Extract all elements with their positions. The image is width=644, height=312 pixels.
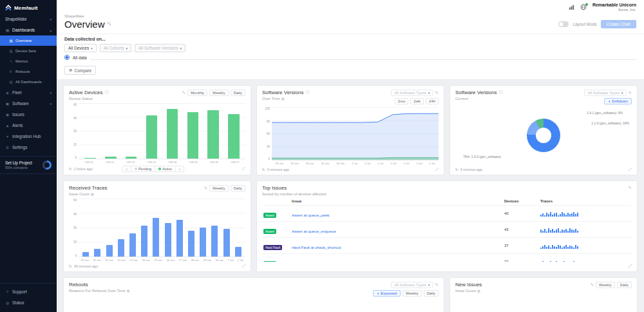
edit-title-icon[interactable]: ✎ (108, 21, 112, 27)
legend-active[interactable]: Active (155, 166, 176, 171)
expand-icon[interactable]: ⤢ (435, 167, 439, 172)
devices-filter-dropdown[interactable]: All Devices ▾ (64, 44, 97, 52)
drilldown-button[interactable]: ▼ Drilldown (604, 98, 632, 104)
expand-icon[interactable]: ⤢ (242, 264, 245, 269)
software-types-dropdown[interactable]: All Software Types ▾ (391, 282, 433, 288)
devices-count: 43 (504, 228, 540, 231)
edit-chart-icon[interactable]: ✎ (435, 90, 439, 95)
bar[interactable] (84, 158, 96, 159)
bar[interactable] (141, 226, 147, 257)
refresh-icon[interactable]: ↻ (455, 168, 459, 171)
bar[interactable] (187, 112, 199, 159)
sidebar-item-settings[interactable]: ⚙ Settings (0, 142, 57, 153)
sidebar-item-all-dashboards[interactable]: ▤ All Dashboards (0, 77, 57, 87)
bar[interactable] (235, 247, 242, 257)
setup-project[interactable]: Set Up Project 55% complete (0, 156, 57, 174)
bar[interactable] (94, 249, 100, 257)
bar[interactable] (153, 218, 159, 257)
sidebar-item-alerts[interactable]: ▲ Alerts (0, 120, 57, 131)
bar[interactable] (167, 109, 178, 159)
sidebar-item-fleet[interactable]: ◈ Fleet ▾ (0, 87, 57, 98)
edit-chart-icon[interactable]: ✎ (182, 90, 185, 95)
edit-chart-icon[interactable]: ✎ (435, 282, 439, 288)
bar[interactable] (82, 252, 89, 257)
sidebar-item-support[interactable]: ? Support (0, 286, 57, 297)
range-weekly-button[interactable]: Weekly (209, 185, 229, 191)
usage-chart-icon[interactable] (569, 5, 574, 10)
bar[interactable] (126, 157, 137, 159)
issue-link[interactable]: Hard Fault at check_shortcut (292, 246, 341, 249)
refresh-icon[interactable]: ↻ (262, 168, 265, 171)
edit-chart-icon[interactable]: ✎ (629, 185, 632, 190)
globe-icon[interactable] (580, 4, 587, 10)
sidebar-item-issues[interactable]: ◉ Issues (0, 109, 57, 120)
edit-chart-icon[interactable]: ✎ (204, 186, 207, 191)
software-types-dropdown[interactable]: All Software Types ▾ (584, 90, 626, 96)
range-2wk-button[interactable]: 2wk (410, 98, 424, 104)
range-24h-button[interactable]: 24h (426, 98, 439, 104)
software-versions-donut[interactable] (527, 119, 560, 152)
all-data-radio[interactable] (64, 55, 70, 60)
bar[interactable] (146, 115, 158, 159)
expand-icon[interactable]: ⤢ (242, 166, 245, 171)
range-weekly-button[interactable]: Weekly (402, 290, 422, 297)
expand-icon[interactable]: ⤢ (629, 264, 632, 269)
bar[interactable] (211, 226, 218, 257)
x-axis: CW 20CW 21CW 22CW 23CW 24CW 25CW 26CW 27 (69, 159, 245, 164)
range-daily-button[interactable]: Daily (231, 185, 245, 191)
compare-button[interactable]: ⊕ Compare (64, 66, 96, 75)
layout-mode-toggle[interactable] (558, 21, 569, 27)
org-switcher[interactable]: Remarkable Unicorn Acme, Inc. (592, 3, 636, 12)
bar[interactable] (188, 231, 194, 257)
range-daily-button[interactable]: Daily (617, 282, 632, 288)
expected-filter-button[interactable]: ▼ Expected (373, 290, 401, 297)
legend-prev-button[interactable]: ‹ (123, 166, 131, 171)
range-monthly-button[interactable]: Monthly (187, 90, 207, 96)
legend-next-button[interactable]: › (176, 166, 184, 171)
pending-dot (135, 168, 137, 170)
create-chart-button[interactable]: Create Chart (601, 20, 636, 28)
memfault-logo[interactable]: Memfault (0, 0, 57, 15)
bar[interactable] (228, 114, 240, 159)
range-weekly-button[interactable]: Weekly (596, 282, 615, 288)
donut-label: 76%: 1.0.0 (gen_software) (463, 155, 501, 159)
bar[interactable] (200, 228, 206, 257)
sidebar-item-device-sets[interactable]: ▥ Device Sets (0, 46, 57, 56)
range-daily-button[interactable]: Daily (231, 90, 245, 96)
bar[interactable] (176, 220, 183, 257)
range-weekly-button[interactable]: Weekly (209, 90, 229, 96)
cohorts-filter-dropdown[interactable]: All Cohorts ▾ (100, 44, 131, 52)
edit-chart-icon[interactable]: ✎ (591, 282, 594, 288)
sidebar-item-metrics[interactable]: ∿ Metrics (0, 56, 57, 66)
sidebar-item-software[interactable]: ▣ Software ▾ (0, 98, 57, 109)
bar[interactable] (105, 157, 117, 159)
range-2mo-button[interactable]: 2mo (395, 98, 409, 104)
filter-input-underline[interactable] (90, 55, 636, 60)
sidebar-item-dashboards[interactable]: ▦ Dashboards ▴ (0, 24, 57, 35)
refresh-icon[interactable]: ↻ (69, 167, 72, 171)
edit-chart-icon[interactable]: ✎ (629, 90, 632, 95)
info-icon[interactable]: ⓘ (104, 90, 108, 95)
bar[interactable] (106, 245, 113, 257)
legend-pending[interactable]: Pending (131, 166, 155, 171)
info-icon[interactable]: ⓘ (305, 90, 309, 95)
bar[interactable] (165, 223, 171, 257)
software-types-dropdown[interactable]: All Software Types ▾ (391, 90, 433, 96)
software-versions-filter-dropdown[interactable]: All Software Versions ▾ (135, 44, 185, 52)
project-selector[interactable]: ShapeMate ▾ (0, 15, 57, 24)
expand-icon[interactable]: ⤢ (629, 167, 632, 172)
issue-link[interactable]: Assert at queue_enqueue (292, 229, 336, 233)
bar[interactable] (129, 233, 136, 257)
issue-link[interactable]: Assert at queue_peek (292, 213, 329, 217)
info-icon[interactable]: ⓘ (498, 90, 502, 95)
bar[interactable] (223, 229, 230, 257)
sidebar-item-integration-hub[interactable]: ✦ Integration Hub (0, 131, 57, 142)
sidebar-item-reboots[interactable]: ↻ Reboots (0, 66, 57, 77)
y-tick-label: 30 (73, 226, 77, 229)
refresh-icon[interactable]: ↻ (69, 264, 72, 268)
sidebar-item-overview[interactable]: ▦ Overview (0, 35, 57, 46)
bar[interactable] (207, 110, 219, 159)
sidebar-item-status[interactable]: ◍ Status (0, 297, 57, 308)
bar[interactable] (118, 239, 124, 257)
range-daily-button[interactable]: Daily (424, 290, 439, 297)
